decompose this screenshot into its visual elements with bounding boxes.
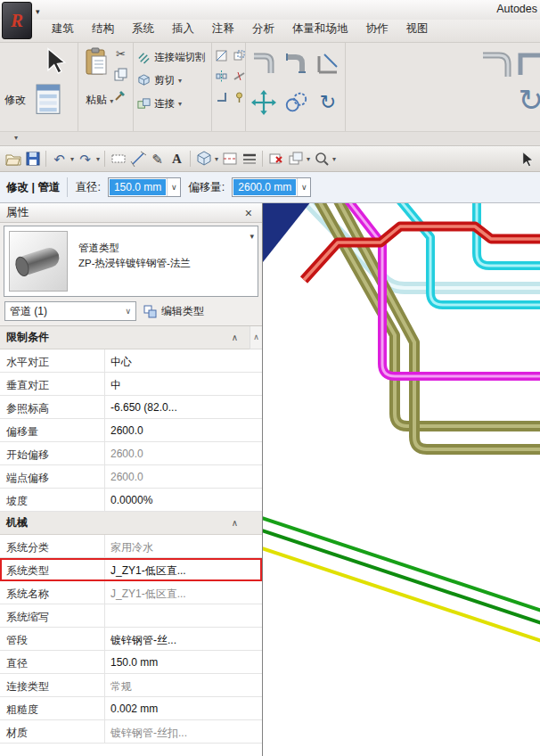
offset-dropdown-icon[interactable]: ∨ — [297, 178, 310, 196]
save-button[interactable] — [24, 151, 41, 168]
switch-windows-dropdown-icon[interactable]: ▾ — [307, 155, 310, 163]
redo-dropdown-icon[interactable]: ▾ — [96, 155, 100, 163]
properties-header[interactable]: 属性 × — [0, 203, 262, 223]
move-button[interactable] — [250, 86, 278, 119]
modify-cursor-button[interactable] — [519, 151, 536, 168]
pipe-green-2[interactable] — [263, 530, 540, 624]
tab-3[interactable]: 插入 — [163, 17, 203, 42]
zoom-button[interactable] — [313, 151, 330, 168]
property-value[interactable]: 2600.0 — [105, 419, 262, 441]
switch-windows-button[interactable] — [287, 151, 304, 168]
property-value[interactable]: J_ZY1-低区直... — [105, 558, 262, 580]
open-button[interactable] — [4, 151, 21, 168]
selected-pipe-corner[interactable] — [263, 203, 311, 262]
large-bracket-button[interactable] — [517, 48, 540, 81]
undo-button[interactable]: ↶ — [51, 151, 68, 168]
cut-dropdown-icon[interactable]: ▾ — [178, 77, 182, 85]
diameter-combobox[interactable]: 150.0 mm ∨ — [108, 177, 181, 197]
offset-combobox[interactable]: 2600.0 mm ∨ — [232, 177, 311, 197]
property-row[interactable]: 坡度0.0000% — [0, 489, 262, 512]
paste-button[interactable] — [85, 47, 108, 78]
property-value[interactable]: 2600.0 — [105, 465, 262, 488]
join-geometry-tool[interactable]: 连接 ▾ — [137, 94, 182, 112]
property-row[interactable]: 偏移量2600.0 — [0, 419, 262, 442]
pencil-button[interactable]: ✎ — [149, 151, 166, 168]
elbow-pipe-button[interactable] — [250, 46, 278, 80]
property-section[interactable]: 限制条件∧ — [0, 326, 262, 349]
modify-select-button[interactable] — [41, 46, 70, 80]
application-menu-button[interactable]: R — [2, 2, 32, 39]
type-selector[interactable]: 管道类型 ZP-热浸锌镀锌钢管-法兰 ▾ — [4, 226, 258, 297]
property-row[interactable]: 材质镀锌钢管-丝扣... — [0, 720, 262, 744]
diameter-value[interactable]: 150.0 mm — [110, 179, 166, 195]
property-value[interactable] — [105, 604, 262, 627]
application-menu-dropdown-icon[interactable]: ▾ — [36, 7, 40, 16]
property-value[interactable]: 常规 — [105, 674, 262, 696]
instance-filter-dropdown-icon[interactable]: ∨ — [125, 307, 131, 316]
property-value[interactable]: 0.0000% — [105, 489, 262, 511]
undo-dropdown-icon[interactable]: ▾ — [70, 155, 74, 163]
offset-icon[interactable] — [233, 50, 245, 62]
tab-2[interactable]: 系统 — [123, 17, 163, 42]
tab-8[interactable]: 视图 — [397, 17, 438, 42]
property-row-highlighted[interactable]: 系统类型J_ZY1-低区直... — [0, 558, 262, 581]
rotate-button[interactable]: ↻ — [314, 86, 342, 119]
3d-view-canvas[interactable] — [263, 203, 540, 756]
collapse-icon[interactable]: ∧ — [232, 333, 238, 342]
property-row[interactable]: 粗糙度0.002 mm — [0, 697, 262, 720]
tab-5[interactable]: 分析 — [243, 17, 283, 42]
large-elbow-button[interactable] — [479, 48, 515, 81]
property-row[interactable]: 系统分类家用冷水 — [0, 535, 262, 558]
property-row[interactable]: 直径150.0 mm — [0, 651, 262, 674]
property-value[interactable]: 家用冷水 — [105, 535, 262, 557]
copy-button[interactable] — [282, 86, 310, 119]
trim-icon[interactable] — [216, 91, 227, 103]
type-selector-dropdown-icon[interactable]: ▾ — [250, 232, 254, 241]
property-value[interactable]: 中 — [105, 373, 262, 395]
redo-button[interactable]: ↷ — [77, 151, 94, 168]
property-section[interactable]: 机械∧ — [0, 512, 262, 535]
property-value[interactable]: 2600.0 — [105, 442, 262, 464]
match-properties-icon[interactable] — [114, 88, 127, 102]
tab-6[interactable]: 体量和场地 — [283, 17, 357, 42]
align-icon[interactable] — [216, 50, 227, 62]
instance-filter-combobox[interactable]: 管道 (1) ∨ — [4, 301, 136, 321]
section-button[interactable] — [221, 151, 238, 168]
property-row[interactable]: 端点偏移2600.0 — [0, 465, 262, 489]
pipe-green-1[interactable] — [263, 517, 540, 612]
property-row[interactable]: 系统名称J_ZY1-低区直... — [0, 581, 262, 604]
panel-expand-icon[interactable]: ▾ — [14, 134, 18, 142]
cut-icon[interactable]: ✂ — [116, 47, 126, 61]
thin-lines-button[interactable] — [241, 151, 258, 168]
pin-icon[interactable] — [233, 91, 245, 103]
property-value[interactable]: J_ZY1-低区直... — [105, 581, 262, 604]
3d-viewport[interactable] — [263, 203, 540, 756]
close-icon[interactable]: × — [241, 206, 256, 220]
scroll-up-icon[interactable]: ∧ — [250, 326, 262, 349]
default-3d-view-button[interactable] — [195, 151, 212, 168]
paste-dropdown-icon[interactable]: ▾ — [110, 97, 113, 105]
large-rotate-button[interactable]: ↻ — [519, 82, 540, 118]
split-icon[interactable] — [233, 70, 245, 82]
measure-button[interactable] — [110, 151, 127, 168]
zoom-dropdown-icon[interactable]: ▾ — [332, 155, 336, 163]
trim-corner-button[interactable] — [314, 46, 342, 80]
property-row[interactable]: 垂直对正中 — [0, 373, 262, 396]
diameter-dropdown-icon[interactable]: ∨ — [167, 178, 180, 196]
property-value[interactable]: 中心 — [105, 349, 262, 372]
close-hidden-windows-button[interactable] — [267, 151, 284, 168]
property-value[interactable]: -6.650 (82.0... — [105, 396, 262, 418]
join-end-cut-tool[interactable]: 连接端切割 — [137, 48, 206, 66]
property-row[interactable]: 参照标高-6.650 (82.0... — [0, 396, 262, 419]
view-dropdown-icon[interactable]: ▾ — [215, 155, 218, 163]
flanged-elbow-button[interactable] — [282, 46, 310, 80]
properties-toggle-button[interactable] — [36, 84, 61, 116]
text-button[interactable]: A — [168, 151, 185, 168]
property-value[interactable]: 镀锌钢管-丝... — [105, 628, 262, 650]
property-value[interactable]: 镀锌钢管-丝扣... — [105, 720, 262, 743]
property-row[interactable]: 开始偏移2600.0 — [0, 442, 262, 465]
tab-1[interactable]: 结构 — [83, 17, 123, 42]
copy-icon[interactable] — [114, 68, 127, 81]
mirror-icon[interactable] — [216, 70, 227, 82]
cut-geometry-tool[interactable]: 剪切 ▾ — [137, 71, 182, 89]
